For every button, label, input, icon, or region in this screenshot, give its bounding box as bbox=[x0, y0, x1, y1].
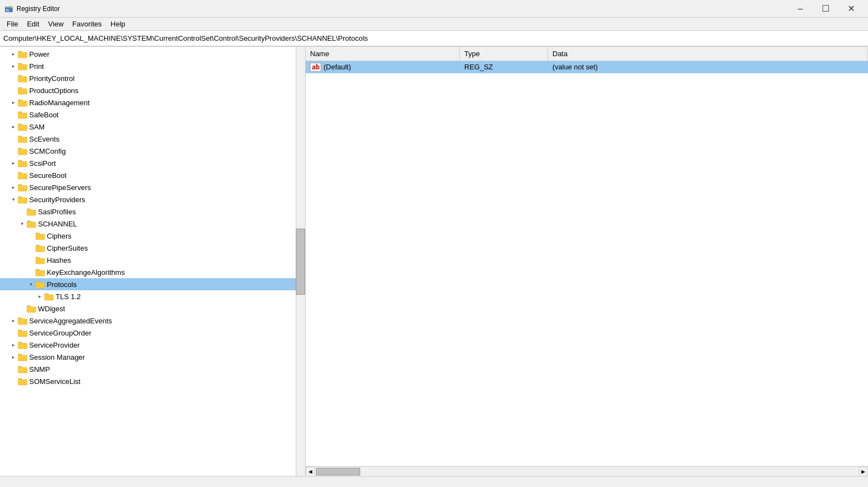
folder-icon bbox=[35, 280, 45, 289]
tree-item-label: Ciphers bbox=[47, 232, 72, 240]
tree-item[interactable]: ▸ SAM bbox=[0, 121, 305, 133]
tree-item[interactable]: ▸ RadioManagement bbox=[0, 96, 305, 109]
tree-item[interactable]: ▸ ServiceProvider bbox=[0, 339, 305, 351]
tree-item[interactable]: ServiceGroupOrder bbox=[0, 327, 305, 339]
title-bar: Registry Editor – ☐ ✕ bbox=[0, 0, 868, 18]
window-title: Registry Editor bbox=[17, 5, 60, 13]
tree-item[interactable]: ▸ TLS 1.2 bbox=[0, 290, 305, 302]
window-controls: – ☐ ✕ bbox=[788, 0, 864, 18]
expand-icon[interactable]: ▸ bbox=[9, 50, 18, 58]
menu-help[interactable]: Help bbox=[106, 19, 130, 29]
tree-item-label: ScEvents bbox=[29, 135, 59, 143]
tree-item-label: TLS 1.2 bbox=[56, 293, 81, 301]
tree-item-label: Session Manager bbox=[29, 353, 85, 361]
tree-item-label: SOMServiceList bbox=[29, 377, 80, 386]
tree-item[interactable]: ScEvents bbox=[0, 133, 305, 145]
folder-icon bbox=[18, 62, 28, 71]
expand-icon[interactable]: ▸ bbox=[9, 159, 18, 167]
row-type-cell: REG_SZ bbox=[460, 61, 548, 73]
expand-icon[interactable]: ▾ bbox=[9, 195, 18, 204]
tree-item[interactable]: CipherSuites bbox=[0, 242, 305, 254]
right-panel: Name Type Data ab (Default) REG_SZ (valu… bbox=[306, 47, 868, 476]
tree-item[interactable]: WDigest bbox=[0, 302, 305, 315]
folder-icon bbox=[18, 183, 28, 192]
expand-icon[interactable]: ▸ bbox=[9, 122, 18, 131]
svg-rect-2 bbox=[6, 9, 8, 10]
table-row[interactable]: ab (Default) REG_SZ (value not set) bbox=[306, 61, 868, 73]
menu-edit[interactable]: Edit bbox=[23, 19, 44, 29]
folder-icon bbox=[18, 195, 28, 204]
column-header-data: Data bbox=[548, 47, 868, 61]
folder-icon bbox=[26, 219, 36, 228]
tree-item[interactable]: ▸ SecurePipeServers bbox=[0, 181, 305, 193]
tree-item-label: SCMConfig bbox=[29, 147, 66, 155]
tree-item[interactable]: ▾ Protocols bbox=[0, 278, 305, 290]
expand-icon[interactable]: ▸ bbox=[9, 340, 18, 349]
minimize-button[interactable]: – bbox=[788, 0, 813, 18]
tree-item[interactable]: ▾ SCHANNEL bbox=[0, 218, 305, 230]
horizontal-scrollbar[interactable]: ◀ ▶ bbox=[306, 466, 868, 476]
tree-scrollbar-thumb[interactable] bbox=[296, 229, 305, 295]
svg-rect-3 bbox=[6, 10, 9, 11]
tree-item[interactable]: SOMServiceList bbox=[0, 375, 305, 387]
folder-icon bbox=[18, 340, 28, 349]
folder-icon bbox=[26, 304, 36, 313]
folder-icon bbox=[18, 159, 28, 167]
tree-item[interactable]: SecureBoot bbox=[0, 169, 305, 181]
tree-item-label: CipherSuites bbox=[47, 244, 88, 252]
tree-item[interactable]: ▾ SecurityProviders bbox=[0, 193, 305, 205]
tree-item[interactable]: ▸ Power bbox=[0, 48, 305, 60]
tree-item[interactable]: ProductOptions bbox=[0, 84, 305, 96]
menu-favorites[interactable]: Favorites bbox=[68, 19, 106, 29]
address-bar: Computer\HKEY_LOCAL_MACHINE\SYSTEM\Curre… bbox=[0, 31, 868, 46]
row-data-cell: (value not set) bbox=[548, 61, 868, 73]
tree-vertical-scrollbar[interactable] bbox=[296, 47, 305, 476]
close-button[interactable]: ✕ bbox=[838, 0, 864, 18]
tree-item-label: ProductOptions bbox=[29, 86, 79, 95]
folder-icon bbox=[18, 147, 28, 155]
tree-panel: ▸ Power▸ Print PriorityControl ProductOp… bbox=[0, 47, 306, 476]
title-bar-left: Registry Editor bbox=[4, 4, 60, 13]
maximize-button[interactable]: ☐ bbox=[813, 0, 838, 18]
tree-item[interactable]: ▸ Session Manager bbox=[0, 351, 305, 363]
menu-view[interactable]: View bbox=[44, 19, 68, 29]
folder-icon bbox=[18, 50, 28, 58]
expand-icon[interactable]: ▸ bbox=[9, 62, 18, 71]
tree-item[interactable]: SNMP bbox=[0, 363, 305, 375]
expand-icon[interactable]: ▸ bbox=[9, 98, 18, 107]
expand-icon[interactable]: ▾ bbox=[26, 280, 35, 289]
scroll-left-arrow[interactable]: ◀ bbox=[306, 467, 315, 477]
menu-bar: File Edit View Favorites Help bbox=[0, 18, 868, 31]
tree-item-label: RadioManagement bbox=[29, 99, 90, 107]
tree-item[interactable]: ▸ Print bbox=[0, 60, 305, 72]
tree-item-label: SafeBoot bbox=[29, 111, 59, 119]
tree-item[interactable]: SCMConfig bbox=[0, 145, 305, 157]
tree-item[interactable]: PriorityControl bbox=[0, 72, 305, 84]
tree-item[interactable]: SaslProfiles bbox=[0, 205, 305, 218]
scroll-thumb[interactable] bbox=[316, 468, 360, 475]
folder-icon bbox=[35, 231, 45, 240]
tree-item-label: Hashes bbox=[47, 256, 71, 264]
expand-icon[interactable]: ▸ bbox=[9, 316, 18, 325]
expand-icon[interactable]: ▾ bbox=[18, 219, 26, 228]
tree-item-label: WDigest bbox=[38, 305, 65, 313]
expand-icon[interactable]: ▸ bbox=[9, 353, 18, 361]
tree-item[interactable]: Hashes bbox=[0, 254, 305, 266]
row-name-cell: ab (Default) bbox=[306, 61, 460, 73]
tree-item-label: SecureBoot bbox=[29, 171, 67, 180]
tree-item[interactable]: Ciphers bbox=[0, 230, 305, 242]
expand-icon[interactable]: ▸ bbox=[35, 292, 44, 301]
tree-item[interactable]: KeyExchangeAlgorithms bbox=[0, 266, 305, 278]
folder-icon bbox=[18, 328, 28, 337]
tree-item[interactable]: ▸ ServiceAggregatedEvents bbox=[0, 315, 305, 327]
scroll-right-arrow[interactable]: ▶ bbox=[859, 467, 868, 477]
tree-item[interactable]: SafeBoot bbox=[0, 109, 305, 121]
menu-file[interactable]: File bbox=[2, 19, 23, 29]
tree-item[interactable]: ▸ ScsiPort bbox=[0, 157, 305, 169]
folder-icon bbox=[35, 256, 45, 264]
address-path: Computer\HKEY_LOCAL_MACHINE\SYSTEM\Curre… bbox=[3, 34, 368, 42]
expand-icon[interactable]: ▸ bbox=[9, 183, 18, 192]
folder-icon bbox=[18, 353, 28, 361]
scroll-track[interactable] bbox=[315, 467, 859, 477]
tree-item-label: SNMP bbox=[29, 365, 50, 374]
